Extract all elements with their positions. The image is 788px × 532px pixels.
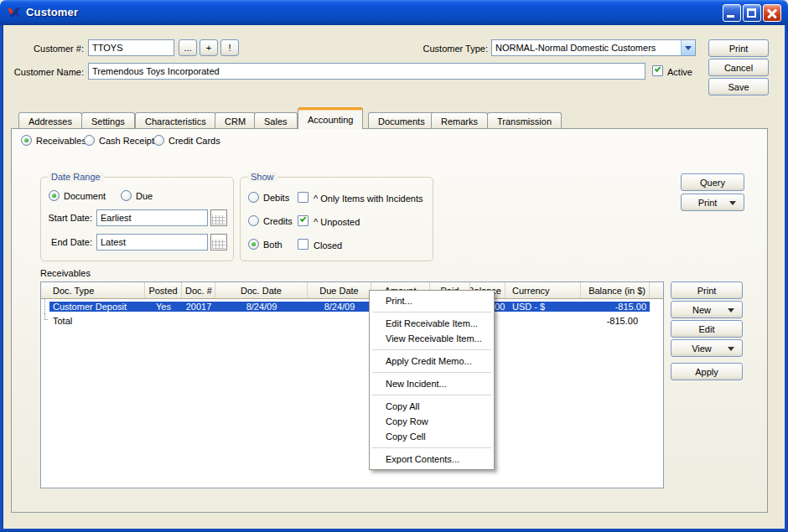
receivables-print-button[interactable]: Print bbox=[671, 281, 743, 299]
end-date-input[interactable] bbox=[96, 234, 208, 251]
only-items-with-incidents-checkbox[interactable] bbox=[298, 192, 308, 203]
tab-crm[interactable]: CRM bbox=[215, 112, 256, 129]
minimize-button[interactable] bbox=[723, 4, 741, 22]
col-currency[interactable]: Currency bbox=[505, 282, 581, 298]
radio-icon bbox=[153, 135, 164, 146]
receivables-section-label: Receivables bbox=[40, 268, 91, 278]
maximize-button[interactable] bbox=[743, 4, 761, 22]
closed-checkbox[interactable] bbox=[298, 239, 308, 250]
query-button[interactable]: Query bbox=[681, 173, 744, 191]
print-button[interactable]: Print bbox=[708, 39, 769, 57]
radio-receivables[interactable]: Receivables bbox=[21, 135, 86, 146]
menu-separator bbox=[372, 349, 491, 350]
receivables-new-button[interactable]: New bbox=[671, 301, 743, 318]
customer-type-select[interactable]: NORMAL-Normal Domestic Customers bbox=[491, 39, 696, 56]
radio-cash-receipts[interactable]: Cash Receipts bbox=[84, 135, 159, 146]
radio-icon bbox=[248, 239, 259, 250]
customer-type-value: NORMAL-Normal Domestic Customers bbox=[492, 43, 681, 53]
customer-name-input[interactable] bbox=[88, 63, 645, 80]
col-doc-no[interactable]: Doc. # bbox=[182, 282, 215, 298]
radio-document[interactable]: Document bbox=[49, 190, 106, 201]
receivables-table[interactable]: Doc. Type Posted Doc. # Doc. Date Due Da… bbox=[40, 281, 664, 488]
receivables-edit-button[interactable]: Edit bbox=[671, 320, 743, 338]
context-menu: Print... Edit Receivable Item... View Re… bbox=[369, 290, 495, 470]
menu-item-edit-receivable-item[interactable]: Edit Receivable Item... bbox=[370, 316, 494, 331]
tab-transmission[interactable]: Transmission bbox=[487, 112, 562, 129]
receivables-view-button[interactable]: View bbox=[671, 339, 743, 357]
check-icon bbox=[300, 215, 307, 222]
radio-icon bbox=[248, 192, 259, 203]
app-logo-icon bbox=[7, 6, 21, 19]
close-button[interactable] bbox=[763, 4, 781, 22]
unposted-checkbox[interactable] bbox=[298, 215, 308, 226]
start-date-input[interactable] bbox=[96, 209, 208, 226]
active-checkbox[interactable] bbox=[652, 65, 663, 76]
row-expander-icon bbox=[41, 313, 49, 328]
show-title: Show bbox=[247, 172, 277, 182]
menu-item-export-contents[interactable]: Export Contents... bbox=[370, 452, 494, 467]
table-row-customer-deposit[interactable]: Customer Deposit Yes 20017 8/24/09 8/24/… bbox=[41, 299, 663, 313]
cancel-button[interactable]: Cancel bbox=[708, 59, 769, 76]
unposted-label: ^ Unposted bbox=[314, 217, 360, 227]
customer-alert-button[interactable]: ! bbox=[220, 39, 239, 56]
radio-credits[interactable]: Credits bbox=[248, 215, 293, 226]
customer-no-label: Customer #: bbox=[17, 44, 84, 54]
menu-item-copy-all[interactable]: Copy All bbox=[370, 399, 494, 414]
menu-item-apply-credit-memo[interactable]: Apply Credit Memo... bbox=[370, 354, 494, 369]
row-expander-icon[interactable] bbox=[41, 299, 49, 313]
menu-item-copy-cell[interactable]: Copy Cell bbox=[370, 429, 494, 444]
window-title: Customer bbox=[26, 6, 78, 18]
active-label: Active bbox=[667, 67, 692, 77]
titlebar[interactable]: Customer bbox=[0, 0, 788, 25]
tab-characteristics[interactable]: Characteristics bbox=[135, 112, 216, 129]
col-due-date[interactable]: Due Date bbox=[308, 282, 371, 298]
menu-item-view-receivable-item[interactable]: View Receivable Item... bbox=[370, 331, 494, 346]
menu-item-copy-row[interactable]: Copy Row bbox=[370, 414, 494, 429]
customer-lookup-button[interactable]: ... bbox=[179, 39, 197, 56]
col-balance-usd[interactable]: Balance (in $) bbox=[581, 282, 650, 298]
tab-accounting[interactable]: Accounting bbox=[298, 107, 363, 129]
check-icon bbox=[655, 65, 661, 72]
tab-sales[interactable]: Sales bbox=[254, 112, 298, 129]
menu-separator bbox=[372, 372, 491, 373]
radio-icon bbox=[121, 190, 132, 201]
table-header[interactable]: Doc. Type Posted Doc. # Doc. Date Due Da… bbox=[41, 282, 663, 299]
calendar-icon[interactable] bbox=[210, 209, 227, 226]
customer-add-button[interactable]: + bbox=[200, 39, 218, 56]
chevron-down-icon bbox=[728, 347, 734, 351]
start-date-label: Start Date: bbox=[42, 213, 92, 223]
chevron-down-icon[interactable] bbox=[681, 40, 695, 55]
radio-icon bbox=[84, 135, 95, 146]
minimize-icon bbox=[727, 15, 734, 18]
save-button[interactable]: Save bbox=[708, 78, 769, 96]
col-doc-type[interactable]: Doc. Type bbox=[49, 282, 145, 298]
print-dropdown-button[interactable]: Print bbox=[681, 194, 744, 211]
window-border bbox=[0, 25, 3, 529]
col-posted[interactable]: Posted bbox=[145, 282, 182, 298]
customer-type-label: Customer Type: bbox=[419, 44, 488, 54]
closed-label: Closed bbox=[314, 240, 342, 251]
date-range-title: Date Range bbox=[48, 172, 104, 182]
table-row-total[interactable]: Total -815.00 bbox=[41, 313, 663, 328]
menu-item-print[interactable]: Print... bbox=[370, 293, 494, 308]
tab-documents[interactable]: Documents bbox=[368, 112, 435, 129]
chevron-down-icon bbox=[728, 308, 734, 312]
tab-remarks[interactable]: Remarks bbox=[431, 112, 488, 129]
radio-both[interactable]: Both bbox=[248, 239, 283, 250]
receivables-apply-button[interactable]: Apply bbox=[671, 363, 743, 380]
tab-settings[interactable]: Settings bbox=[81, 112, 135, 129]
radio-debits[interactable]: Debits bbox=[248, 192, 289, 203]
menu-item-new-incident[interactable]: New Incident... bbox=[370, 376, 494, 391]
radio-due[interactable]: Due bbox=[121, 190, 153, 201]
menu-separator bbox=[372, 447, 491, 448]
radio-credit-cards[interactable]: Credit Cards bbox=[153, 135, 220, 146]
radio-icon bbox=[21, 135, 32, 146]
maximize-icon bbox=[747, 8, 756, 18]
customer-name-label: Customer Name: bbox=[8, 67, 84, 77]
tab-addresses[interactable]: Addresses bbox=[18, 112, 82, 129]
customer-no-input[interactable] bbox=[88, 39, 174, 56]
customer-window: Customer Customer #: ... + ! Customer Ty… bbox=[0, 0, 788, 532]
calendar-icon[interactable] bbox=[210, 234, 227, 251]
col-doc-date[interactable]: Doc. Date bbox=[215, 282, 308, 298]
chevron-down-icon bbox=[729, 201, 736, 205]
